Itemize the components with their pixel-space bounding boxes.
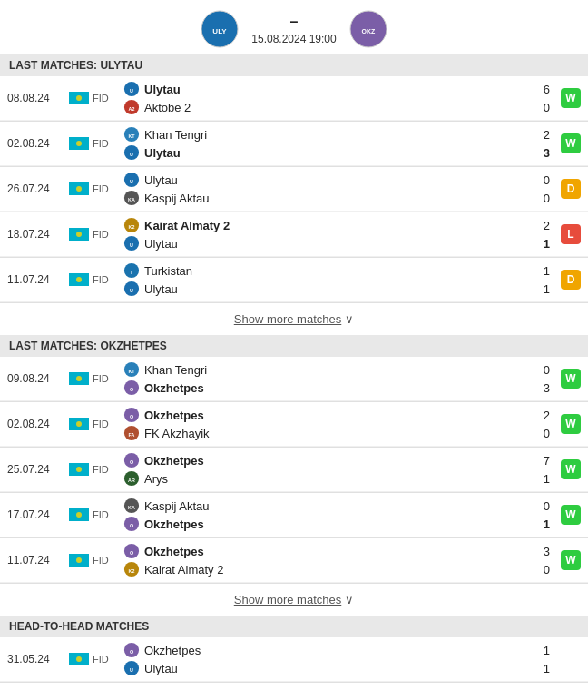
match-date: 18.07.24 — [7, 228, 69, 241]
team1-name: Okzhetpes — [144, 454, 532, 468]
team2-icon: U — [123, 144, 140, 161]
flag-icon — [69, 462, 89, 477]
teams-scores: U Ulytau 6 A2 Aktobe 2 0 — [123, 80, 554, 116]
svg-point-53 — [76, 512, 82, 518]
team2-icon: K2 — [123, 561, 140, 577]
ulytau-section-title: LAST MATCHES: ULYTAU — [0, 54, 588, 76]
team1-score: 2 — [532, 409, 554, 422]
team2-icon: A2 — [123, 99, 140, 115]
competition-label: FID — [93, 419, 118, 429]
okzhetpes-section-title: LAST MATCHES: OKZHETPES — [0, 335, 588, 357]
flag-icon — [69, 91, 89, 105]
h2h-section-title: HEAD-TO-HEAD MATCHES — [0, 616, 588, 637]
vs-dash: – — [240, 14, 348, 30]
team1-icon: KT — [123, 126, 140, 143]
team2-score: 1 — [532, 237, 554, 251]
svg-point-5 — [76, 95, 82, 101]
svg-point-41 — [76, 421, 82, 427]
team1-icon: T — [123, 262, 140, 279]
teams-scores: O Okzhetpes 3 K2 Kairat Almaty 2 0 — [123, 542, 554, 578]
result-badge: W — [561, 414, 581, 434]
team1-name: Khan Tengri — [144, 363, 532, 377]
svg-point-59 — [76, 557, 82, 563]
team2-name: FK Akzhayik — [144, 427, 532, 440]
competition-label: FID — [93, 654, 118, 665]
team1-icon: O — [123, 642, 140, 658]
team1-score: 2 — [532, 128, 554, 142]
team1-icon: U — [123, 172, 140, 188]
result-badge: W — [561, 88, 581, 108]
team2-logo: OKZ — [348, 9, 388, 49]
team2-name: Ulytau — [144, 662, 532, 675]
teams-scores: O Okzhetpes 2 FA FK Akzhayik 0 — [123, 406, 554, 442]
svg-text:K2: K2 — [129, 224, 135, 230]
team1-score: 6 — [532, 83, 554, 96]
match-date: 26.07.24 — [7, 182, 69, 195]
team2-icon: AR — [123, 470, 140, 487]
teams-scores: KT Khan Tengri 0 O Okzhetpes 3 — [123, 360, 554, 397]
svg-text:K2: K2 — [129, 568, 135, 574]
team1-score: 1 — [532, 644, 554, 657]
svg-text:KT: KT — [128, 369, 135, 374]
show-more-ulytau[interactable]: Show more matches∨ — [0, 303, 588, 335]
team1-name: Okzhetpes — [144, 644, 532, 657]
show-more-okzhetpes[interactable]: Show more matches∨ — [0, 584, 588, 616]
team2-name: Aktobe 2 — [144, 101, 532, 114]
teams-scores: KA Kaspij Aktau 0 O Okzhetpes 1 — [123, 497, 554, 533]
svg-point-47 — [76, 467, 82, 472]
competition-label: FID — [93, 274, 118, 285]
match-date: 02.08.24 — [7, 137, 69, 150]
result-badge: W — [561, 369, 581, 389]
ulytau-matches-list: 08.08.24 FID U Ulytau 6 A2 Aktobe 2 0 — [0, 76, 588, 303]
match-date: 25.07.24 — [7, 463, 69, 476]
match-pair: 26.07.24 FID U Ulytau 0 KA Kaspij Aktau … — [0, 167, 588, 212]
competition-label: FID — [93, 509, 118, 520]
team2-score: 0 — [532, 192, 554, 205]
team2-name: Okzhetpes — [144, 518, 532, 531]
result-badge: W — [561, 550, 581, 570]
team2-icon: U — [123, 281, 140, 297]
competition-label: FID — [93, 138, 118, 149]
section-ulytau: LAST MATCHES: ULYTAU 08.08.24 FID U Ulyt… — [0, 54, 588, 335]
match-pair: 02.08.24 FID O Okzhetpes 2 FA FK Akzhayi… — [0, 402, 588, 448]
flag-icon — [69, 182, 89, 196]
svg-point-23 — [76, 232, 82, 237]
team1-name: Kaspij Aktau — [144, 499, 532, 513]
team1-icon: U — [123, 81, 140, 97]
svg-text:O: O — [130, 649, 133, 655]
match-pair: 31.05.24 FID O Okzhetpes 1 U Ulytau 1 — [0, 637, 588, 683]
flag-icon — [69, 417, 89, 431]
svg-text:O: O — [130, 414, 133, 419]
team2-name: Ulytau — [144, 237, 532, 251]
flag-icon — [69, 227, 89, 242]
svg-text:U: U — [130, 88, 133, 94]
team1-name: Ulytau — [144, 83, 532, 96]
svg-text:U: U — [130, 288, 133, 293]
svg-text:U: U — [130, 179, 133, 184]
flag-icon — [69, 136, 89, 151]
competition-label: FID — [93, 373, 118, 384]
flag-icon — [69, 272, 89, 287]
svg-point-29 — [76, 277, 82, 282]
match-info: – 15.08.2024 19:00 — [240, 14, 348, 45]
team1-icon: K2 — [123, 217, 140, 233]
result-badge: L — [561, 224, 581, 244]
svg-point-17 — [76, 186, 82, 192]
team1-icon: O — [123, 452, 140, 468]
svg-text:O: O — [130, 387, 133, 392]
team2-score: 1 — [532, 662, 554, 675]
teams-scores: KT Khan Tengri 2 U Ulytau 3 — [123, 125, 554, 162]
team1-score: 0 — [532, 173, 554, 187]
result-badge: W — [561, 133, 581, 153]
team1-logo: ULY — [200, 9, 240, 49]
team1-name: Kairat Almaty 2 — [144, 219, 532, 232]
svg-text:U: U — [130, 152, 133, 157]
match-pair: 02.08.24 FID KT Khan Tengri 2 U Ulytau 3 — [0, 122, 588, 167]
team1-score: 0 — [532, 499, 554, 513]
svg-text:ULY: ULY — [212, 27, 227, 35]
team2-icon: KA — [123, 190, 140, 206]
team2-icon: U — [123, 660, 140, 676]
teams-scores: U Ulytau 0 KA Kaspij Aktau 0 — [123, 171, 554, 207]
team2-score: 3 — [532, 146, 554, 160]
competition-label: FID — [93, 464, 118, 475]
